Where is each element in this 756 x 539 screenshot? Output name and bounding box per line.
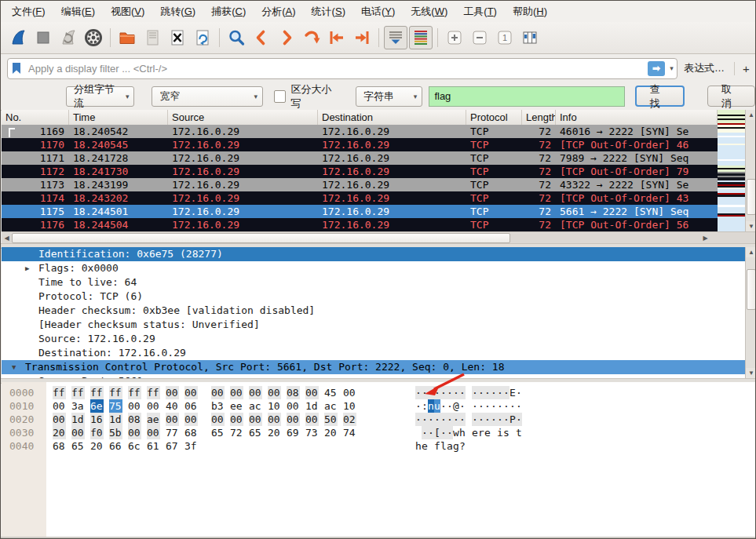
ascii-char: ? xyxy=(459,439,466,453)
resize-columns-icon[interactable] xyxy=(518,26,542,49)
colorize-icon[interactable] xyxy=(409,26,433,49)
scrollbar-thumb[interactable] xyxy=(747,179,756,215)
packet-row-1175[interactable]: 117518.244501172.16.0.29172.16.0.29TCP72… xyxy=(2,205,718,218)
find-type-select[interactable]: 字符串 ▾ xyxy=(356,86,423,107)
restart-capture-icon[interactable] xyxy=(57,26,80,49)
menu-跳转[interactable]: 跳转(G) xyxy=(152,2,203,22)
hex-byte: 00 xyxy=(343,386,356,399)
packet-list-hscrollbar[interactable]: ◀ ▶ xyxy=(2,231,756,244)
detail-row-4[interactable]: Header checksum: 0xb3ee [validation disa… xyxy=(2,304,756,318)
cell-info: [TCP Out-Of-Order] 46 xyxy=(556,138,718,151)
cancel-button[interactable]: 取消 xyxy=(707,86,755,107)
collapsed-arrow-icon[interactable]: ▶ xyxy=(25,261,29,275)
scrollbar-thumb[interactable] xyxy=(747,269,756,310)
detail-row-8[interactable]: ▼Transmission Control Protocol, Src Port… xyxy=(2,360,756,374)
go-to-packet-icon[interactable] xyxy=(300,26,323,49)
packet-row-1171[interactable]: 117118.241728172.16.0.29172.16.0.29TCP72… xyxy=(2,151,718,165)
menu-电话[interactable]: 电话(Y) xyxy=(353,2,403,22)
zoom-out-icon[interactable] xyxy=(468,26,491,49)
find-charwidth-select[interactable]: 宽窄 ▾ xyxy=(152,86,262,107)
hex-row-0020[interactable]: 0020001d161d08ae00000000000000005002····… xyxy=(2,413,756,426)
add-filter-button[interactable]: + xyxy=(734,62,756,75)
menu-编辑[interactable]: 编辑(E) xyxy=(53,2,103,22)
next-packet-icon[interactable] xyxy=(275,26,298,49)
packet-list-vscrollbar[interactable]: ▲ ▼ xyxy=(745,110,756,231)
filter-dropdown-caret[interactable]: ▾ xyxy=(667,64,677,72)
zoom-in-icon[interactable] xyxy=(443,26,466,49)
ascii-char: · xyxy=(472,386,478,399)
save-file-icon[interactable] xyxy=(141,26,164,49)
detail-row-1[interactable]: ▶Flags: 0x0000 xyxy=(2,261,756,275)
hex-row-0030[interactable]: 00302000f05b000077686572652069732074 ··[… xyxy=(2,426,756,439)
last-packet-icon[interactable] xyxy=(350,26,374,49)
reload-file-icon[interactable] xyxy=(191,26,214,49)
detail-row-3[interactable]: Protocol: TCP (6) xyxy=(2,290,756,304)
find-query-input[interactable] xyxy=(429,86,624,107)
column-header-source[interactable]: Source xyxy=(168,110,318,125)
start-capture-icon[interactable] xyxy=(6,26,30,49)
menu-分析[interactable]: 分析(A) xyxy=(254,2,303,22)
display-filter-input[interactable] xyxy=(25,63,648,75)
cell-proto: TCP xyxy=(466,125,522,138)
hex-row-0040[interactable]: 0040686520666c61673fhe flag? xyxy=(2,439,756,453)
packet-row-1173[interactable]: 117318.243199172.16.0.29172.16.0.29TCP72… xyxy=(2,178,718,191)
hex-row-0000[interactable]: 0000ffffffffffff00000000000008004500····… xyxy=(2,386,756,399)
packet-row-1169[interactable]: 116918.240542172.16.0.29172.16.0.29TCP72… xyxy=(2,125,718,138)
minimap-segment xyxy=(718,217,746,231)
detail-row-6[interactable]: Source: 172.16.0.29 xyxy=(2,332,756,346)
menu-捕获[interactable]: 捕获(C) xyxy=(203,2,254,22)
column-header-time[interactable]: Time xyxy=(69,110,168,125)
expression-button[interactable]: 表达式… xyxy=(684,61,725,75)
column-header-no[interactable]: No. xyxy=(2,110,69,125)
packet-row-1174[interactable]: 117418.243202172.16.0.29172.16.0.29TCP72… xyxy=(2,191,718,205)
detail-row-0[interactable]: Identification: 0x6e75 (28277) xyxy=(2,247,756,261)
intelligent-scrollbar-minimap[interactable] xyxy=(718,110,746,231)
detail-row-5[interactable]: [Header checksum status: Unverified] xyxy=(2,318,756,332)
detail-row-2[interactable]: Time to live: 64 xyxy=(2,275,756,290)
case-sensitive-checkbox[interactable] xyxy=(274,90,286,103)
packet-row-1172[interactable]: 117218.241730172.16.0.29172.16.0.29TCP72… xyxy=(2,165,718,178)
stop-capture-icon[interactable] xyxy=(31,26,55,49)
menu-无线[interactable]: 无线(W) xyxy=(403,2,455,22)
menu-视图[interactable]: 视图(V) xyxy=(103,2,152,22)
scroll-up-icon[interactable]: ▲ xyxy=(746,110,756,120)
capture-options-icon[interactable] xyxy=(82,26,105,49)
packet-row-1176[interactable]: 117618.244504172.16.0.29172.16.0.29TCP72… xyxy=(2,218,718,231)
find-button[interactable]: 查找 xyxy=(635,86,685,107)
find-packet-icon[interactable] xyxy=(225,26,248,49)
menu-帮助[interactable]: 帮助(H) xyxy=(505,2,555,22)
column-header-length[interactable]: Length xyxy=(522,110,556,125)
scroll-left-icon[interactable]: ◀ xyxy=(2,233,12,243)
display-filter-field[interactable]: ➡ ▾ xyxy=(7,58,677,79)
column-header-protocol[interactable]: Protocol xyxy=(466,110,522,125)
cell-no: 1172 xyxy=(2,165,69,178)
scrollbar-thumb[interactable] xyxy=(12,233,510,243)
scroll-right-icon[interactable]: ▶ xyxy=(700,233,710,243)
detail-row-7[interactable]: Destination: 172.16.0.29 xyxy=(2,346,756,360)
column-header-info[interactable]: Info xyxy=(556,110,718,125)
close-file-icon[interactable] xyxy=(166,26,189,49)
ascii-char: h xyxy=(415,439,422,453)
menu-工具[interactable]: 工具(T) xyxy=(455,2,505,22)
scroll-up-icon[interactable]: ▲ xyxy=(746,247,756,257)
zoom-100-icon[interactable]: 1 xyxy=(493,26,517,49)
ascii-char: l xyxy=(440,439,447,453)
apply-filter-button[interactable]: ➡ xyxy=(648,61,665,76)
filter-bookmark-icon[interactable] xyxy=(8,62,25,75)
scroll-down-icon[interactable]: ▼ xyxy=(746,221,756,231)
auto-scroll-icon[interactable] xyxy=(384,26,407,49)
open-file-icon[interactable] xyxy=(115,26,139,49)
detail-vscrollbar[interactable]: ▲ ▼ xyxy=(745,247,756,378)
hex-row-0010[interactable]: 0010003a6e7500004006b3eeac10001dac10·:nu… xyxy=(2,399,756,413)
find-scope-select[interactable]: 分组字节流 ▾ xyxy=(66,86,134,107)
previous-packet-icon[interactable] xyxy=(250,26,273,49)
hex-byte: 00 xyxy=(184,386,198,399)
menu-统计[interactable]: 统计(S) xyxy=(304,2,353,22)
column-header-destination[interactable]: Destination xyxy=(318,110,466,125)
packet-row-1170[interactable]: 117018.240545172.16.0.29172.16.0.29TCP72… xyxy=(2,138,718,151)
menu-文件[interactable]: 文件(F) xyxy=(4,2,53,22)
first-packet-icon[interactable] xyxy=(325,26,349,49)
ascii-char: u xyxy=(434,399,440,413)
expanded-arrow-icon[interactable]: ▼ xyxy=(12,360,16,374)
scroll-down-icon[interactable]: ▼ xyxy=(746,368,756,378)
